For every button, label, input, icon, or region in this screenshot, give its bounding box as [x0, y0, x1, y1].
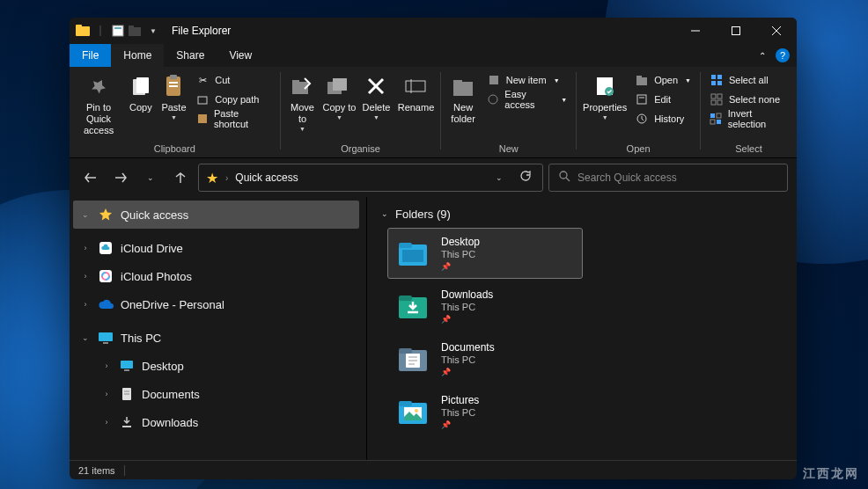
history-button[interactable]: History — [629, 109, 696, 128]
navigation-tree[interactable]: ⌄Quick access›iCloud Drive›iCloud Photos… — [70, 197, 367, 460]
cut-icon: ✂ — [195, 73, 210, 87]
copypath-icon — [195, 92, 210, 106]
svg-rect-46 — [710, 113, 715, 118]
tab-share[interactable]: Share — [164, 44, 217, 67]
copy-icon — [131, 72, 151, 100]
expand-icon[interactable]: › — [80, 244, 91, 252]
svg-rect-43 — [717, 94, 722, 99]
minimize-button[interactable] — [675, 18, 716, 44]
refresh-button[interactable] — [516, 170, 535, 186]
qat-dropdown-icon[interactable]: ▼ — [145, 23, 161, 39]
open-button[interactable]: Open ▼ — [629, 70, 696, 90]
search-input[interactable] — [577, 172, 778, 184]
pin-quick-access-button[interactable]: Pin to Quick access — [73, 70, 124, 136]
edit-button[interactable]: Edit — [629, 90, 696, 109]
help-button[interactable]: ? — [776, 48, 790, 62]
new-folder-button[interactable]: New folder — [445, 70, 481, 125]
edit-icon — [635, 92, 649, 106]
svg-rect-4 — [114, 27, 121, 29]
cut-button[interactable]: ✂Cut — [190, 70, 276, 90]
watermark: 江西龙网 — [803, 466, 859, 482]
expand-icon[interactable]: ⌄ — [80, 210, 91, 219]
folder-item-downloads[interactable]: DownloadsThis PC📌 — [388, 281, 582, 331]
close-button[interactable] — [756, 18, 797, 44]
expand-icon[interactable]: › — [80, 300, 91, 309]
tree-item-desktop[interactable]: ›Desktop — [73, 352, 359, 380]
folder-item-pictures[interactable]: PicturesThis PC📌 — [388, 387, 582, 436]
qat-properties-icon[interactable] — [110, 23, 126, 39]
rename-button[interactable]: Rename — [394, 70, 437, 113]
select-none-button[interactable]: Select none — [704, 90, 793, 109]
group-label-organise: Organise — [341, 143, 380, 157]
tree-item-icloud-drive[interactable]: ›iCloud Drive — [73, 234, 359, 262]
recent-dropdown[interactable]: ⌄ — [138, 165, 163, 190]
up-button[interactable] — [168, 165, 193, 190]
svg-rect-18 — [198, 114, 207, 123]
paste-shortcut-icon — [195, 112, 209, 126]
tree-item-label: Quick access — [121, 208, 188, 222]
desktop-big-icon — [395, 236, 430, 271]
expand-icon[interactable]: › — [101, 390, 112, 398]
new-item-button[interactable]: New item ▼ — [482, 70, 572, 90]
properties-button[interactable]: Properties▼ — [580, 70, 629, 120]
tab-file[interactable]: File — [70, 44, 111, 67]
svg-rect-12 — [136, 77, 149, 93]
tree-item-documents[interactable]: ›Documents — [73, 380, 359, 408]
tree-item-label: Documents — [142, 388, 200, 401]
easy-access-button[interactable]: Easy access ▼ — [482, 90, 572, 109]
ribbon-minimize-icon[interactable]: ⌃ — [754, 51, 770, 61]
maximize-button[interactable] — [716, 18, 756, 44]
tree-item-this-pc[interactable]: ⌄This PC — [73, 324, 359, 352]
ribbon: Pin to Quick access Copy Paste ▼ ✂Cut Co… — [70, 67, 797, 158]
address-dropdown[interactable]: ⌄ — [489, 173, 509, 182]
copy-path-button[interactable]: Copy path — [190, 90, 276, 109]
folders-group-header[interactable]: ⌄ Folders (9) — [376, 202, 788, 225]
forward-button[interactable] — [108, 165, 133, 190]
qat-newfolder-icon[interactable] — [128, 23, 143, 39]
invert-selection-button[interactable]: Invert selection — [704, 109, 793, 128]
address-bar[interactable]: ★ › Quick access ⌄ — [198, 164, 543, 192]
search-icon — [558, 170, 570, 186]
group-label-clipboard: Clipboard — [154, 143, 195, 157]
tab-home[interactable]: Home — [111, 44, 164, 67]
star-icon — [98, 207, 114, 223]
select-all-button[interactable]: Select all — [704, 70, 793, 90]
search-box[interactable] — [548, 164, 788, 192]
folder-item-desktop[interactable]: DesktopThis PC📌 — [388, 229, 582, 278]
tree-item-label: This PC — [121, 332, 161, 345]
tree-item-onedrive-personal[interactable]: ›OneDrive - Personal — [73, 290, 359, 318]
folder-view[interactable]: ⌄ Folders (9) DesktopThis PC📌DownloadsTh… — [367, 197, 797, 460]
svg-point-30 — [489, 95, 497, 104]
newfolder-icon — [452, 72, 474, 100]
paste-button[interactable]: Paste ▼ — [158, 70, 191, 120]
delete-button[interactable]: Delete▼ — [357, 70, 394, 120]
tab-view[interactable]: View — [217, 44, 264, 67]
pin-indicator-icon: 📌 — [441, 420, 479, 429]
tree-item-quick-access[interactable]: ⌄Quick access — [73, 201, 359, 229]
paste-shortcut-button[interactable]: Paste shortcut — [190, 109, 276, 128]
expand-icon[interactable]: › — [80, 272, 91, 281]
selectnone-icon — [710, 92, 724, 106]
svg-rect-22 — [333, 78, 347, 91]
svg-rect-65 — [399, 243, 412, 248]
svg-rect-63 — [122, 426, 131, 427]
expand-icon[interactable]: › — [101, 361, 112, 370]
expand-icon[interactable]: ⌄ — [80, 333, 91, 342]
back-button[interactable] — [78, 165, 103, 190]
downloads-icon — [119, 414, 135, 430]
qat-divider — [92, 23, 108, 39]
svg-rect-48 — [710, 120, 715, 124]
folder-item-documents[interactable]: DocumentsThis PC📌 — [388, 334, 582, 383]
breadcrumb-current[interactable]: Quick access — [235, 172, 298, 184]
tree-item-icloud-photos[interactable]: ›iCloud Photos — [73, 262, 359, 290]
expand-icon[interactable]: › — [101, 418, 112, 427]
copy-button[interactable]: Copy — [124, 70, 158, 113]
move-to-button[interactable]: Move to▼ — [283, 70, 320, 132]
svg-point-50 — [560, 172, 567, 179]
copy-to-button[interactable]: Copy to▼ — [320, 70, 357, 120]
tree-item-downloads[interactable]: ›Downloads — [73, 408, 359, 436]
svg-rect-16 — [169, 85, 178, 87]
ribbon-group-clipboard: Pin to Quick access Copy Paste ▼ ✂Cut Co… — [70, 70, 280, 157]
folder-location: This PC — [441, 302, 493, 312]
delete-icon — [366, 72, 386, 100]
